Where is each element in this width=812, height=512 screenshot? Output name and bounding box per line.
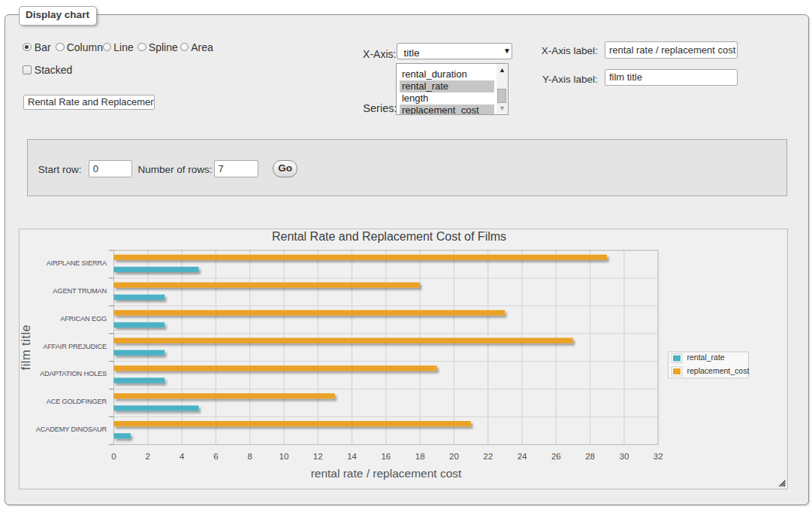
svg-text:26: 26 (551, 452, 560, 461)
svg-text:ACADEMY DINOSAUR: ACADEMY DINOSAUR (35, 426, 107, 433)
svg-text:ADAPTATION HOLES: ADAPTATION HOLES (40, 370, 107, 377)
svg-text:Rental Rate and Replacement Co: Rental Rate and Replacement Cost of Film… (271, 230, 506, 243)
svg-text:16: 16 (381, 452, 391, 461)
svg-text:4: 4 (179, 452, 184, 461)
svg-text:AIRPLANE SIERRA: AIRPLANE SIERRA (46, 259, 107, 267)
svg-text:AFFAIR PREJUDICE: AFFAIR PREJUDICE (43, 343, 107, 350)
svg-text:rental_rate: rental_rate (687, 353, 724, 362)
svg-text:24: 24 (517, 452, 527, 461)
svg-text:12: 12 (312, 452, 322, 461)
svg-text:22: 22 (483, 452, 493, 461)
svg-text:0: 0 (111, 452, 116, 461)
svg-text:10: 10 (279, 452, 288, 461)
svg-text:2: 2 (145, 452, 149, 461)
svg-text:6: 6 (213, 452, 218, 461)
svg-text:8: 8 (247, 452, 252, 461)
svg-text:18: 18 (415, 452, 424, 461)
svg-text:20: 20 (449, 452, 459, 461)
svg-text:14: 14 (347, 452, 357, 461)
svg-text:32: 32 (653, 452, 663, 461)
svg-text:film title: film title (20, 325, 32, 371)
svg-text:AGENT TRUMAN: AGENT TRUMAN (53, 287, 107, 295)
svg-text:rental rate / replacement cost: rental rate / replacement cost (310, 467, 461, 480)
svg-text:30: 30 (619, 452, 629, 461)
svg-text:28: 28 (585, 452, 595, 461)
svg-text:ACE GOLDFINGER: ACE GOLDFINGER (46, 398, 107, 405)
svg-text:replacement_cost: replacement_cost (687, 366, 749, 375)
svg-text:AFRICAN EGG: AFRICAN EGG (60, 315, 107, 323)
